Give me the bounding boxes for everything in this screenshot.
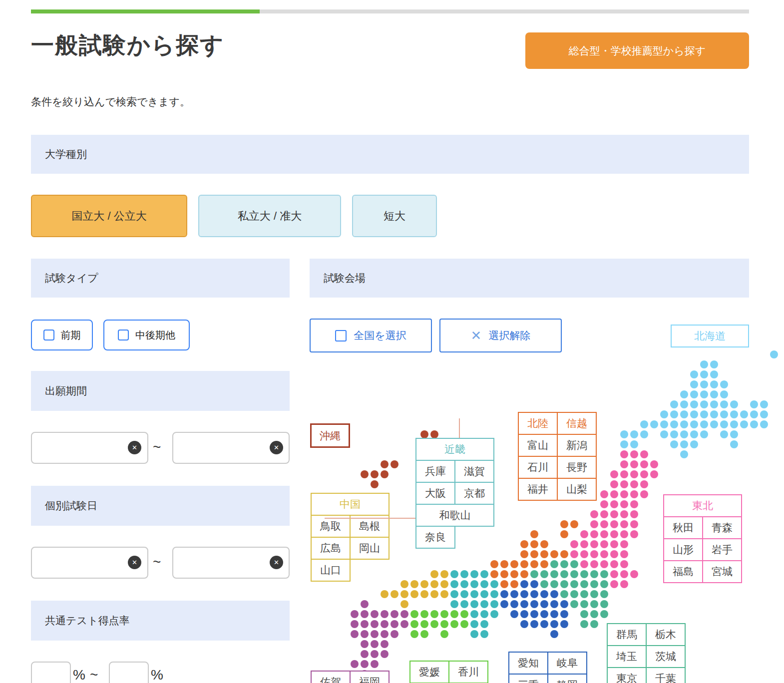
map-dot-hokkaido [710, 380, 718, 388]
prefecture-cell[interactable]: 三重 [509, 674, 548, 683]
prefecture-cell[interactable]: 広島 [311, 537, 350, 559]
prefecture-cell[interactable]: 東京 [607, 668, 646, 683]
university-type-junior-college-button[interactable]: 短大 [352, 195, 437, 237]
map-dot-kinki [450, 570, 458, 578]
map-dot-tohoku [630, 500, 638, 508]
prefecture-cell[interactable]: 滋賀 [455, 460, 494, 482]
map-dot-hokkaido [720, 400, 728, 408]
map-dot-chugoku [430, 580, 438, 588]
clear-icon[interactable]: ✕ [128, 441, 141, 454]
map-dot-hokkaido [650, 420, 658, 428]
prefecture-cell[interactable]: 富山 [518, 434, 557, 456]
map-dot-kanto [600, 610, 608, 618]
checkbox-label: 前期 [61, 329, 81, 342]
prefecture-cell[interactable]: 香川 [449, 661, 488, 683]
map-dot-kyushu [381, 620, 389, 628]
region-label-hokkaido[interactable]: 北海道 [671, 325, 749, 347]
prefecture-cell[interactable]: 千葉 [646, 668, 685, 683]
map-dot-shikoku [430, 620, 438, 628]
map-dot-tohoku [610, 470, 618, 478]
map-dot-hokkaido [630, 430, 638, 438]
prefecture-cell[interactable]: 岡山 [350, 537, 389, 559]
percent-label: % [151, 667, 163, 683]
prefecture-cell[interactable]: 愛知 [509, 652, 548, 674]
clear-selection-button[interactable]: ✕ 選択解除 [439, 319, 562, 352]
map-dot-hokkaido [670, 420, 678, 428]
map-dot-kanto [570, 570, 578, 578]
map-dot-kinki [490, 580, 498, 588]
clear-icon[interactable]: ✕ [128, 556, 141, 569]
prefecture-cell[interactable]: 石川 [518, 456, 557, 478]
prefecture-cell[interactable]: 福岡 [350, 671, 389, 683]
region-label-okinawa[interactable]: 沖縄 [310, 423, 350, 448]
prefecture-cell[interactable]: 山口 [311, 559, 350, 581]
exam-type-early-checkbox-button[interactable]: 前期 [31, 320, 93, 350]
map-dot-tohoku [590, 540, 598, 548]
map-dot-chugoku [391, 590, 398, 598]
map-dot-okinawa [361, 470, 369, 478]
prefecture-cell[interactable]: 茨城 [646, 646, 685, 668]
map-dot-kinki [470, 590, 478, 598]
map-dot-tokai [530, 610, 538, 618]
map-dot-chugoku [381, 590, 389, 598]
prefecture-cell[interactable]: 栃木 [646, 624, 685, 646]
map-dot-hokkaido [730, 430, 738, 438]
map-dot-tohoku [600, 530, 608, 538]
map-dot-kinki [480, 600, 488, 608]
map-dot-hokkaido [720, 410, 728, 418]
prefecture-cell[interactable]: 群馬 [607, 624, 646, 646]
map-dot-kinki [460, 590, 468, 598]
common-test-score-to-input[interactable] [109, 662, 149, 683]
prefecture-cell[interactable]: 新潟 [557, 434, 596, 456]
prefecture-cell[interactable]: 山形 [664, 539, 703, 561]
map-dot-kinki [490, 610, 498, 618]
progress-bar [31, 9, 749, 13]
prefecture-cell[interactable]: 山梨 [557, 478, 596, 500]
map-dot-kanto [580, 580, 588, 588]
common-test-score-from-input[interactable] [31, 662, 71, 683]
prefecture-cell[interactable]: 愛媛 [410, 661, 449, 683]
map-dot-shikoku [420, 630, 428, 638]
prefecture-cell[interactable]: 大阪 [416, 482, 455, 504]
map-dot-hokuriku-shinetsu [530, 530, 538, 538]
prefecture-cell[interactable]: 青森 [703, 517, 742, 539]
section-header-exam-venue: 試験会場 [310, 259, 749, 298]
university-type-private-button[interactable]: 私立大 / 准大 [198, 195, 341, 237]
map-dot-tohoku [620, 580, 628, 588]
prefecture-cell[interactable]: 長野 [557, 456, 596, 478]
select-all-nation-button[interactable]: 全国を選択 [310, 319, 432, 352]
prefecture-cell[interactable]: 静岡 [548, 674, 587, 683]
map-dot-kinki [480, 590, 488, 598]
map-dot-tohoku [650, 470, 658, 478]
map-dot-hokkaido [690, 400, 698, 408]
prefecture-cell[interactable]: 秋田 [664, 517, 703, 539]
prefecture-cell[interactable]: 和歌山 [416, 504, 494, 526]
map-dot-tohoku [600, 490, 608, 498]
university-type-national-public-button[interactable]: 国立大 / 公立大 [31, 195, 187, 237]
prefecture-cell[interactable]: 奈良 [416, 526, 455, 548]
prefecture-cell[interactable]: 宮城 [703, 561, 742, 583]
clear-icon[interactable]: ✕ [270, 556, 283, 569]
map-dot-kyushu [381, 640, 389, 648]
prefecture-cell[interactable]: 岐阜 [548, 652, 587, 674]
map-dot-hokuriku-shinetsu [540, 550, 548, 558]
prefecture-cell[interactable]: 埼玉 [607, 646, 646, 668]
prefecture-cell[interactable]: 福島 [664, 561, 703, 583]
map-dot-hokuriku-shinetsu [520, 540, 528, 548]
prefecture-cell[interactable]: 岩手 [703, 539, 742, 561]
map-dot-tohoku [600, 520, 608, 528]
map-dot-kyushu [361, 610, 369, 618]
map-dot-tohoku [620, 520, 628, 528]
prefecture-cell[interactable]: 兵庫 [416, 460, 455, 482]
prefecture-cell[interactable]: 佐賀 [311, 671, 350, 683]
checkbox-label: 中後期他 [135, 329, 175, 342]
comprehensive-recommendation-search-button[interactable]: 総合型・学校推薦型から探す [525, 32, 749, 69]
map-dot-hokkaido [670, 410, 678, 418]
map-dot-hokkaido [700, 360, 708, 368]
clear-icon[interactable]: ✕ [270, 441, 283, 454]
prefecture-cell[interactable]: 福井 [518, 478, 557, 500]
map-dot-okinawa [371, 480, 379, 488]
exam-type-mid-late-checkbox-button[interactable]: 中後期他 [103, 320, 190, 350]
prefecture-cell[interactable]: 京都 [455, 482, 494, 504]
map-dot-tohoku [600, 560, 608, 568]
